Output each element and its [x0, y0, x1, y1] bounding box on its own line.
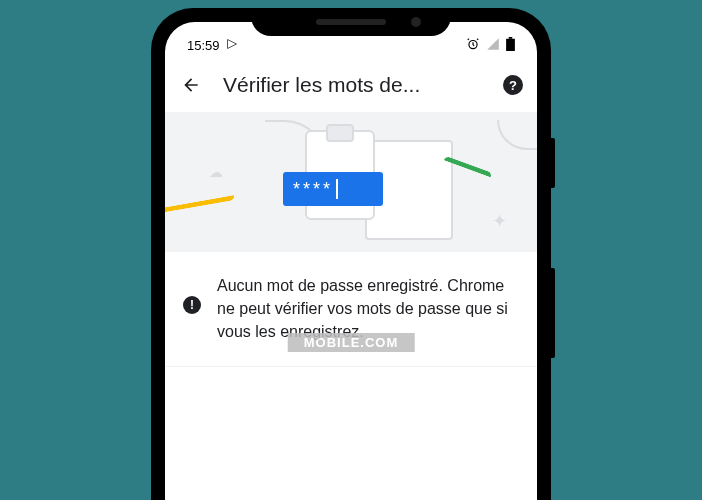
illustration-banner: ☁ **** ✦: [165, 112, 537, 252]
speaker-grille: [316, 19, 386, 25]
alarm-icon: [466, 37, 480, 54]
arrow-left-icon: [181, 75, 201, 95]
battery-icon: [506, 37, 515, 54]
phone-frame: 15:59 Vérifier les mots: [151, 8, 551, 500]
info-icon: !: [183, 296, 201, 314]
password-mask: ****: [293, 179, 333, 200]
password-field-illustration: ****: [283, 172, 383, 206]
page-title: Vérifier les mots de...: [223, 73, 483, 97]
status-right: [466, 37, 515, 54]
help-button[interactable]: ?: [503, 75, 523, 95]
svg-rect-2: [509, 37, 513, 39]
svg-rect-1: [506, 38, 515, 50]
decorative-line: [497, 120, 537, 150]
cloud-icon: ☁: [209, 164, 223, 180]
screen: 15:59 Vérifier les mots: [165, 22, 537, 500]
side-button: [551, 138, 555, 188]
back-button[interactable]: [179, 73, 203, 97]
phone-notch: [251, 8, 451, 36]
sparkle-icon: ✦: [492, 210, 507, 232]
clock: 15:59: [187, 38, 220, 53]
side-button: [551, 268, 555, 358]
info-message-card: ! Aucun mot de passe enregistré. Chrome …: [165, 252, 537, 367]
app-bar: Vérifier les mots de... ?: [165, 58, 537, 112]
decorative-swoosh: [165, 195, 235, 214]
front-camera: [411, 17, 421, 27]
status-left: 15:59: [187, 38, 238, 53]
watermark: MOBILE.COM: [288, 333, 415, 352]
signal-icon: [486, 37, 500, 54]
question-icon: ?: [509, 78, 517, 93]
play-store-icon: [226, 38, 238, 53]
